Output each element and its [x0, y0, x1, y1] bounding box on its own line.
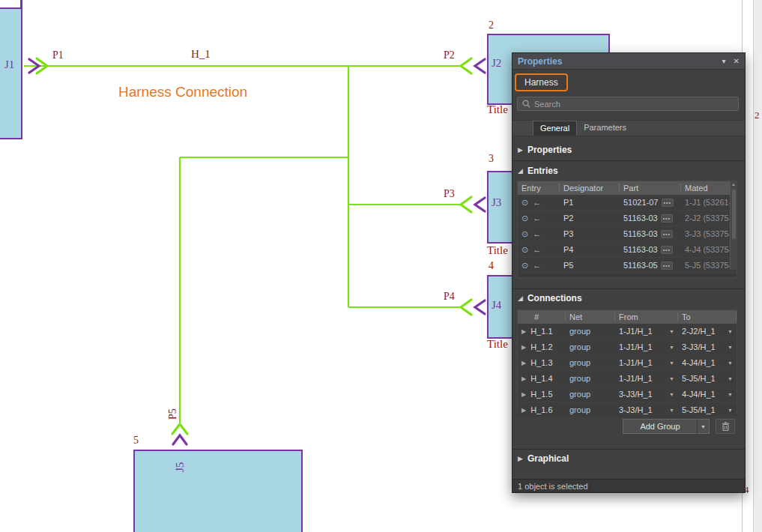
entry-arrow-p2-harness[interactable] [461, 58, 471, 73]
connection-from-select[interactable]: 1-J1/H_1▼ [615, 327, 678, 336]
connection-to-select[interactable]: 3-J3/H_1▼ [678, 342, 737, 351]
more-dots-icon[interactable]: ••• [662, 199, 674, 207]
entry-label-p5[interactable]: P5 [167, 408, 179, 420]
col-mated[interactable]: Mated [681, 184, 737, 193]
harness-wires[interactable] [24, 66, 460, 423]
dropdown-icon[interactable]: ▼ [669, 376, 674, 381]
entry-direction-cell[interactable]: ⊙← [518, 229, 560, 239]
entry-part-cell[interactable]: 51163-05••• [620, 261, 681, 270]
section-header-entries[interactable]: ◢ Entries [518, 166, 558, 176]
harness-name-label[interactable]: H_1 [191, 48, 211, 61]
entry-arrow-p3-harness[interactable] [461, 197, 471, 212]
entries-row[interactable]: ⊙←P351163-03•••3-J3 (53375-03 [518, 226, 737, 242]
col-part[interactable]: Part [620, 184, 681, 193]
col-from[interactable]: From [615, 312, 678, 321]
dropdown-icon[interactable]: ▼ [728, 376, 733, 381]
connections-row[interactable]: ▶H_1.6group3-J3/H_1▼5-J5/H_1▼ [518, 402, 737, 418]
col-designator[interactable]: Designator [560, 184, 620, 193]
col-net[interactable]: Net [566, 312, 615, 321]
entry-mated-cell[interactable]: 2-J2 (53375-03 [681, 214, 737, 223]
connection-id-cell[interactable]: ▶H_1.2 [518, 342, 566, 351]
connection-net-cell[interactable]: group [566, 374, 615, 383]
connection-net-cell[interactable]: group [566, 358, 615, 367]
harness-entry-arrows[interactable] [29, 58, 485, 444]
connections-row[interactable]: ▶H_1.3group1-J1/H_1▼4-J4/H_1▼ [518, 355, 737, 371]
object-type-button-harness[interactable]: Harness [515, 73, 568, 91]
connection-id-cell[interactable]: ▶H_1.6 [518, 405, 566, 414]
row-expand-icon[interactable]: ▶ [521, 375, 526, 382]
tab-general[interactable]: General [533, 121, 577, 136]
entry-direction-cell[interactable]: ⊙← [518, 214, 560, 223]
dropdown-icon[interactable]: ▼ [669, 329, 674, 334]
dropdown-icon[interactable]: ▼ [669, 345, 674, 350]
entry-direction-cell[interactable]: ⊙← [518, 198, 560, 208]
entry-label-p1[interactable]: P1 [52, 49, 64, 61]
entry-part-cell[interactable]: 51163-03••• [620, 229, 681, 238]
entry-label-p3[interactable]: P3 [444, 188, 455, 200]
connection-id-cell[interactable]: ▶H_1.4 [518, 374, 566, 383]
dropdown-icon[interactable]: ▼ [728, 408, 733, 413]
connection-from-select[interactable]: 3-J3/H_1▼ [615, 390, 678, 399]
connection-to-select[interactable]: 2-J2/H_1▼ [678, 327, 737, 336]
entry-arrow-p5-connector[interactable] [173, 435, 187, 444]
more-dots-icon[interactable]: ••• [661, 262, 673, 270]
designator-j4[interactable]: J4 [492, 299, 501, 312]
entries-row[interactable]: ⊙←P451163-03•••4-J4 (53375-03 [518, 242, 737, 258]
entry-designator-cell[interactable]: P5 [560, 261, 620, 270]
title-label-j2[interactable]: Title [487, 103, 508, 116]
panel-titlebar[interactable]: Properties ▾ ✕ [512, 53, 745, 70]
panel-collapse-icon[interactable]: ▾ [722, 57, 726, 65]
entries-row[interactable]: ⊙←P551163-05•••5-J5 (53375-05 [518, 258, 737, 273]
connections-table-header[interactable]: # Net From To [518, 310, 737, 324]
entries-table-header[interactable]: Entry Designator Part Mated [518, 181, 737, 195]
row-expand-icon[interactable]: ▶ [521, 344, 526, 351]
dropdown-icon[interactable]: ▼ [728, 392, 733, 397]
scroll-up-icon[interactable]: ▲ [731, 181, 737, 188]
title-label-j3[interactable]: Title [487, 244, 508, 257]
dropdown-icon[interactable]: ▼ [728, 329, 733, 334]
delete-button[interactable] [716, 419, 735, 434]
entry-arrow-p2-connector[interactable] [475, 59, 485, 73]
connection-from-select[interactable]: 3-J3/H_1▼ [615, 405, 678, 414]
entry-part-cell[interactable]: 51163-03••• [620, 245, 681, 254]
entry-arrow-p5-harness[interactable] [172, 424, 187, 434]
connection-from-select[interactable]: 1-J1/H_1▼ [615, 374, 678, 383]
row-expand-icon[interactable]: ▶ [521, 360, 526, 366]
entry-designator-cell[interactable]: P3 [560, 229, 620, 238]
more-dots-icon[interactable]: ••• [661, 230, 673, 238]
entry-label-p4[interactable]: P4 [444, 291, 455, 303]
connection-id-cell[interactable]: ▶H_1.1 [518, 327, 566, 336]
entry-label-p2[interactable]: P2 [444, 49, 455, 61]
designator-j2[interactable]: J2 [492, 57, 501, 70]
entries-row[interactable]: ⊙←P251163-03•••2-J2 (53375-03 [518, 211, 737, 226]
entry-arrow-p4-connector[interactable] [475, 300, 485, 314]
col-to[interactable]: To [678, 312, 737, 321]
row-expand-icon[interactable]: ▶ [521, 407, 526, 414]
designator-j1[interactable]: J1 [4, 58, 14, 71]
connection-id-cell[interactable]: ▶H_1.3 [518, 358, 566, 367]
connection-net-cell[interactable]: group [566, 327, 615, 336]
entry-mated-cell[interactable]: 5-J5 (53375-05 [681, 261, 737, 270]
entry-direction-cell[interactable]: ⊙← [518, 261, 560, 270]
entry-designator-cell[interactable]: P4 [560, 245, 620, 254]
dropdown-icon[interactable]: ▼ [669, 392, 674, 397]
connections-row[interactable]: ▶H_1.1group1-J1/H_1▼2-J2/H_1▼ [518, 324, 737, 339]
connection-id-cell[interactable]: ▶H_1.5 [518, 390, 566, 399]
designator-j5[interactable]: J5 [174, 462, 187, 472]
connection-net-cell[interactable]: group [566, 390, 615, 399]
add-group-dropdown-icon[interactable]: ▼ [697, 419, 710, 434]
connection-to-select[interactable]: 5-J5/H_1▼ [678, 374, 737, 383]
entry-part-cell[interactable]: 51163-03••• [620, 214, 681, 223]
entries-scrollbar[interactable]: ▲ [730, 181, 737, 270]
dropdown-icon[interactable]: ▼ [728, 345, 733, 350]
entry-part-cell[interactable]: 51021-07••• [620, 198, 681, 207]
entry-designator-cell[interactable]: P1 [560, 198, 620, 207]
row-expand-icon[interactable]: ▶ [521, 328, 526, 335]
dropdown-icon[interactable]: ▼ [728, 360, 733, 366]
col-number[interactable]: # [518, 312, 566, 321]
title-label-j4[interactable]: Title [487, 338, 508, 351]
search-box[interactable]: Search [517, 97, 739, 111]
section-header-graphical[interactable]: ▶ Graphical [518, 453, 569, 464]
connections-row[interactable]: ▶H_1.5group3-J3/H_1▼4-J4/H_1▼ [518, 387, 737, 402]
more-dots-icon[interactable]: ••• [661, 214, 673, 223]
